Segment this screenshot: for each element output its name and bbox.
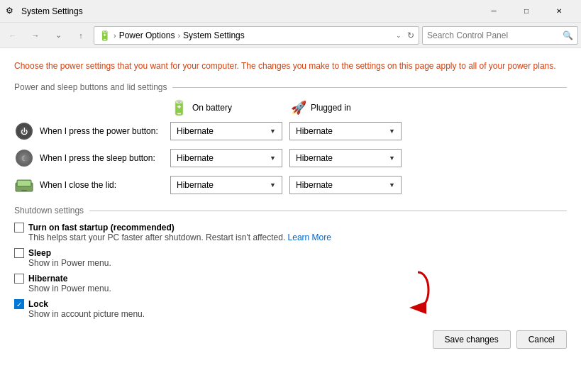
lid-close-text: When I close the lid: xyxy=(40,180,116,190)
address-bar[interactable]: 🔋 › Power Options › System Settings ⌄ ↻ xyxy=(94,26,419,45)
sleep-battery-arrow: ▼ xyxy=(270,155,276,162)
rocket-icon: 🚀 xyxy=(291,100,306,116)
up-button[interactable]: ↑ xyxy=(71,26,91,45)
dropdown-button[interactable]: ⌄ xyxy=(48,26,68,45)
close-button[interactable]: ✕ xyxy=(543,0,575,23)
window-controls: ─ □ ✕ xyxy=(477,0,575,23)
shutdown-section: Shutdown settings Turn on fast startup (… xyxy=(14,206,567,319)
power-battery-select[interactable]: Hibernate ▼ xyxy=(170,122,282,140)
forward-button[interactable]: → xyxy=(26,26,45,45)
power-plugged-select[interactable]: Hibernate ▼ xyxy=(289,122,402,140)
col-header-plugged: 🚀 Plugged in xyxy=(291,100,411,116)
save-arrow-svg xyxy=(397,269,439,318)
power-battery-dropdown[interactable]: Hibernate ▼ xyxy=(170,122,282,140)
sleep-button-label: ☾ When I press the sleep button: xyxy=(14,148,170,168)
back-button[interactable]: ← xyxy=(3,26,23,45)
breadcrumb-sep1: › xyxy=(114,31,116,40)
maximize-button[interactable]: □ xyxy=(510,0,543,23)
section1-header: Power and sleep buttons and lid settings xyxy=(14,82,567,92)
description-text: Choose the power settings that you want … xyxy=(14,61,556,71)
main-content: Choose the power settings that you want … xyxy=(0,48,581,392)
fast-startup-checkbox[interactable] xyxy=(14,223,24,233)
lock-checkbox[interactable]: ✓ xyxy=(14,299,24,309)
lid-plugged-select[interactable]: Hibernate ▼ xyxy=(289,176,402,194)
sleep-label: Sleep xyxy=(28,248,51,258)
arrow-indicator xyxy=(397,269,439,320)
section2-header: Shutdown settings xyxy=(14,206,567,215)
search-input[interactable] xyxy=(427,30,563,40)
battery-icon: 🔋 xyxy=(170,99,188,116)
minimize-button[interactable]: ─ xyxy=(477,0,510,23)
col-header-battery: 🔋 On battery xyxy=(170,99,291,116)
lid-battery-select[interactable]: Hibernate ▼ xyxy=(170,176,282,194)
sleep-row: Sleep xyxy=(14,248,567,258)
lock-item: ✓ Lock Show in account picture menu. xyxy=(14,299,567,319)
lid-close-row: When I close the lid: Hibernate ▼ Hibern… xyxy=(14,174,567,196)
app-icon: ⚙ xyxy=(6,6,17,17)
sleep-button-text: When I press the sleep button: xyxy=(40,153,155,163)
section1-divider xyxy=(172,87,567,88)
lid-plugged-dropdown[interactable]: Hibernate ▼ xyxy=(289,176,402,194)
sleep-icon: ☾ xyxy=(14,148,34,168)
lid-plugged-arrow: ▼ xyxy=(389,181,395,189)
lid-plugged-value: Hibernate xyxy=(296,180,333,190)
action-buttons: Save changes Cancel xyxy=(433,330,567,349)
power-plugged-dropdown[interactable]: Hibernate ▼ xyxy=(289,122,402,140)
sleep-battery-dropdown[interactable]: Hibernate ▼ xyxy=(170,149,282,167)
title-bar: ⚙ System Settings ─ □ ✕ xyxy=(0,0,581,23)
section1-title: Power and sleep buttons and lid settings xyxy=(14,82,167,92)
breadcrumb-power-options: Power Options xyxy=(119,30,175,40)
power-icon: ⏻ xyxy=(14,121,34,141)
description: Choose the power settings that you want … xyxy=(14,60,567,72)
power-button-label: ⏻ When I press the power button: xyxy=(14,121,170,141)
sleep-plugged-arrow: ▼ xyxy=(389,155,395,162)
svg-rect-2 xyxy=(18,181,31,186)
search-icon: 🔍 xyxy=(563,30,573,40)
power-plugged-value: Hibernate xyxy=(296,126,333,136)
column-headers: 🔋 On battery 🚀 Plugged in xyxy=(14,99,567,121)
sleep-plugged-value: Hibernate xyxy=(296,153,333,163)
sleep-sub: Show in Power menu. xyxy=(28,258,567,268)
svg-rect-3 xyxy=(21,190,27,191)
sleep-battery-select[interactable]: Hibernate ▼ xyxy=(170,149,282,167)
col-label-plugged: Plugged in xyxy=(311,103,351,113)
search-bar[interactable]: 🔍 xyxy=(422,26,578,45)
fast-startup-sub: This helps start your PC faster after sh… xyxy=(28,233,567,242)
lid-battery-dropdown[interactable]: Hibernate ▼ xyxy=(170,176,282,194)
section2-title: Shutdown settings xyxy=(14,206,84,215)
sleep-checkbox[interactable] xyxy=(14,248,24,258)
power-battery-arrow: ▼ xyxy=(270,128,276,135)
lid-close-label: When I close the lid: xyxy=(14,175,170,195)
sleep-plugged-dropdown[interactable]: Hibernate ▼ xyxy=(289,149,402,167)
lock-label: Lock xyxy=(28,299,48,309)
breadcrumb-icon: 🔋 xyxy=(99,30,111,41)
power-circle-icon: ⏻ xyxy=(16,123,33,140)
sleep-plugged-select[interactable]: Hibernate ▼ xyxy=(289,149,402,167)
sleep-button-row: ☾ When I press the sleep button: Hiberna… xyxy=(14,147,567,169)
lid-battery-arrow: ▼ xyxy=(270,181,276,189)
hibernate-label: Hibernate xyxy=(28,274,67,284)
nav-bar: ← → ⌄ ↑ 🔋 › Power Options › System Setti… xyxy=(0,23,581,48)
sleep-battery-value: Hibernate xyxy=(177,153,214,163)
breadcrumb-system-settings: System Settings xyxy=(183,30,245,40)
hibernate-item: Hibernate Show in Power menu. xyxy=(14,274,567,293)
section2-divider xyxy=(89,211,567,211)
save-button[interactable]: Save changes xyxy=(433,330,511,349)
breadcrumb-sep2: › xyxy=(177,31,180,40)
refresh-icon[interactable]: ↻ xyxy=(407,30,414,40)
power-button-row: ⏻ When I press the power button: Hiberna… xyxy=(14,121,567,142)
hibernate-row: Hibernate xyxy=(14,274,567,284)
address-dropdown-icon[interactable]: ⌄ xyxy=(396,32,402,39)
power-plugged-arrow: ▼ xyxy=(389,128,395,135)
lock-row: ✓ Lock xyxy=(14,299,567,309)
fast-startup-label: Turn on fast startup (recommended) xyxy=(28,223,175,233)
lock-sub: Show in account picture menu. xyxy=(28,309,567,319)
bottom-area: Save changes Cancel xyxy=(14,330,567,349)
hibernate-checkbox[interactable] xyxy=(14,274,24,284)
power-button-text: When I press the power button: xyxy=(40,126,158,136)
cancel-button[interactable]: Cancel xyxy=(516,330,567,349)
learn-more-link[interactable]: Learn More xyxy=(288,233,331,242)
hibernate-sub: Show in Power menu. xyxy=(28,284,567,293)
sleep-circle-icon: ☾ xyxy=(16,150,33,167)
title-bar-text: System Settings xyxy=(21,6,477,16)
